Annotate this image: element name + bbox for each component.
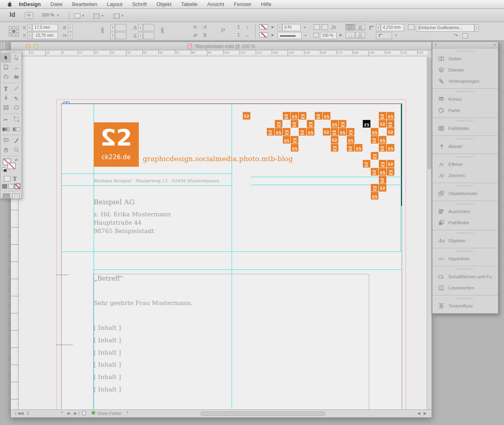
align-bottom-button[interactable]: ↧: [234, 32, 242, 39]
apply-none-button[interactable]: [15, 184, 20, 189]
constrain-proportions-icon[interactable]: [99, 27, 106, 34]
menu-item-indesign[interactable]: InDesign: [14, 0, 46, 8]
preflight-status-text[interactable]: Ohne Fehler: [97, 411, 122, 416]
zoom-tool[interactable]: [11, 146, 22, 155]
rotate-cw-button[interactable]: ↻: [191, 24, 199, 31]
y-stepper[interactable]: ▲▼: [28, 32, 32, 39]
tagline-text[interactable]: graphicdesign.socialmedia.photo.mtb-blog: [143, 155, 293, 163]
content-collector-tool[interactable]: [1, 72, 11, 82]
apply-gradient-button[interactable]: [8, 184, 14, 189]
panel-drag-dots[interactable]: [432, 183, 498, 188]
content-line[interactable]: [ Inhalt ]: [94, 337, 121, 344]
transparency-button[interactable]: [322, 24, 328, 30]
last-page-button[interactable]: ▶❘: [74, 411, 80, 415]
logo-frame[interactable]: 22 ck226.de: [94, 122, 139, 167]
stroke-weight-dropdown[interactable]: ▼: [301, 24, 309, 31]
dock-item-text-wrap[interactable]: Textumfluss: [432, 300, 498, 311]
dock-item-pathfinder[interactable]: Pathfinder: [432, 217, 498, 228]
type-tool[interactable]: T: [1, 84, 11, 94]
free-transform-tool[interactable]: [11, 115, 22, 124]
dock-item-glyphs[interactable]: AaGlyphen: [432, 235, 498, 246]
distribute-horizontal-button[interactable]: ↔: [243, 32, 251, 39]
dock-item-stroke[interactable]: Kontur: [432, 94, 498, 105]
close-icon[interactable]: ×: [435, 42, 437, 47]
panel-drag-dots[interactable]: [432, 48, 498, 53]
wrap-below-button[interactable]: [356, 32, 365, 38]
recipient-line[interactable]: 98765 Beispielstadt: [94, 227, 154, 235]
opacity-field[interactable]: 100 %: [320, 32, 337, 39]
previous-page-button[interactable]: ◀: [20, 411, 24, 415]
content-placer-tool[interactable]: [11, 72, 22, 82]
break-link-style-button[interactable]: ↷: [452, 32, 460, 40]
wrap-around-button[interactable]: [356, 24, 365, 30]
gap-tool[interactable]: ↔: [11, 63, 22, 72]
constrain-scale-icon[interactable]: [159, 27, 166, 34]
content-line[interactable]: [ Inhalt ]: [94, 349, 121, 356]
stroke-swatch[interactable]: [8, 163, 16, 169]
guide-horizontal[interactable]: [93, 269, 402, 270]
opacity-arrow[interactable]: ▶: [337, 32, 345, 39]
scale-x-stepper[interactable]: ▲▼: [110, 24, 115, 31]
guide-horizontal[interactable]: [61, 186, 232, 186]
pasteboard[interactable]: 22 ck226.de graphicdesign.socialmedia.ph…: [19, 56, 428, 410]
object-style-stepper[interactable]: ▲▼: [474, 24, 479, 32]
menu-item-objekt[interactable]: Objekt: [152, 0, 176, 8]
gradient-tool[interactable]: [1, 124, 11, 134]
text-frame-outline[interactable]: [93, 274, 369, 410]
pen-tool[interactable]: [1, 94, 11, 103]
dock-item-layers[interactable]: Ebenen: [432, 64, 498, 76]
y-position-field[interactable]: -15,75 mm: [32, 32, 58, 39]
scale-y-stepper[interactable]: ▲▼: [110, 32, 115, 39]
fill-menu-arrow[interactable]: ▶: [269, 24, 277, 31]
expand-panels-icon[interactable]: »: [494, 42, 496, 47]
dock-item-bookmarks[interactable]: Lesezeichen: [432, 282, 498, 293]
guide-vertical[interactable]: [400, 104, 401, 251]
bridge-button[interactable]: Br: [25, 12, 33, 19]
page-number-field[interactable]: 1: [27, 411, 29, 415]
dock-item-links[interactable]: Verknüpfungen: [432, 76, 498, 87]
stroke-style-arrow[interactable]: ▼: [302, 32, 310, 39]
height-stepper[interactable]: ▲▼: [68, 32, 72, 39]
guide-horizontal[interactable]: [61, 174, 232, 174]
rotation-field[interactable]: [143, 24, 154, 31]
hand-tool[interactable]: [1, 146, 11, 155]
scale-y-field[interactable]: [115, 32, 126, 39]
scroll-left-arrow[interactable]: ◀: [417, 411, 420, 415]
dock-item-paragraph[interactable]: ¶Absatz: [432, 141, 498, 152]
recipient-company[interactable]: Beispiel AG: [94, 198, 135, 206]
recipient-line[interactable]: Hauptstraße 44: [94, 219, 142, 226]
shape-tool[interactable]: [11, 103, 22, 113]
shear-stepper[interactable]: ▲▼: [138, 32, 143, 39]
menu-item-layout[interactable]: Layout: [102, 0, 127, 8]
panel-drag-handle[interactable]: [0, 50, 22, 53]
grid-view-button[interactable]: ▼: [94, 12, 108, 19]
preflight-dropdown-arrow[interactable]: ▼: [126, 411, 129, 414]
page-dropdown-arrow[interactable]: ▼: [60, 411, 63, 414]
frame-tool[interactable]: [1, 103, 11, 113]
corner-radius-stepper[interactable]: ▲▼: [376, 24, 380, 31]
menu-item-schrift[interactable]: Schrift: [127, 0, 152, 8]
apply-color-button[interactable]: [2, 184, 7, 189]
default-stroke-icon[interactable]: [4, 169, 7, 172]
panel-drag-dots[interactable]: [432, 136, 498, 141]
stroke-weight-stepper[interactable]: ▲▼: [278, 24, 282, 31]
direct-selection-tool[interactable]: [11, 53, 22, 63]
scissors-tool[interactable]: ✂: [1, 115, 11, 124]
sender-line[interactable]: Barbara Beispiel · Musterweg 12 · 03456 …: [94, 178, 219, 184]
next-page-button[interactable]: ▶: [68, 411, 71, 415]
scale-x-field[interactable]: [115, 24, 126, 31]
apple-icon[interactable]: [6, 1, 12, 7]
stroke-menu-arrow[interactable]: ▶: [269, 32, 277, 39]
first-page-button[interactable]: ❘◀: [14, 411, 20, 415]
object-style-dropdown[interactable]: [Einfacher Grafikrahme...: [416, 24, 474, 32]
corner-shape-arrow[interactable]: ▼: [392, 32, 400, 39]
dock-item-effects[interactable]: ƒxEffekte: [432, 159, 498, 170]
dock-item-buttons[interactable]: Schaltflächen und Fo...: [432, 271, 498, 282]
rotation-stepper[interactable]: ▲▼: [138, 24, 143, 31]
panel-drag-dots[interactable]: [432, 201, 498, 206]
content-line[interactable]: [ Inhalt ]: [94, 324, 121, 331]
menu-item-tabelle[interactable]: Tabelle: [176, 0, 202, 8]
zoom-level-dropdown[interactable]: 100 %▼: [42, 12, 60, 17]
preview-mode-button[interactable]: [12, 194, 20, 199]
rotate-ccw-button[interactable]: ↺: [201, 24, 209, 31]
